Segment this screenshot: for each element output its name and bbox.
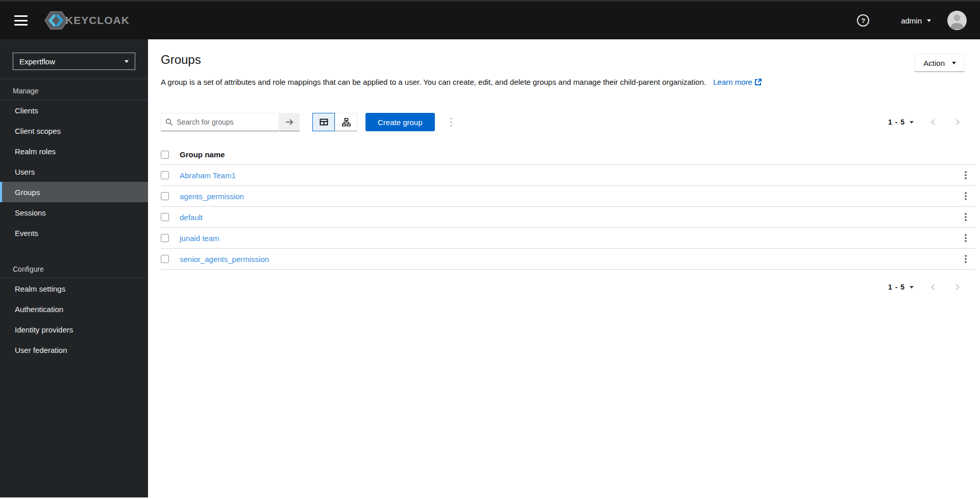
- search-input[interactable]: [177, 118, 275, 126]
- sidebar-item[interactable]: Groups: [0, 182, 148, 202]
- sidebar-item-label: Users: [15, 168, 35, 176]
- external-link-icon: [754, 79, 762, 86]
- sidebar-item-label: Identity providers: [15, 325, 73, 334]
- row-kebab-menu[interactable]: [957, 208, 975, 226]
- tree-icon: [342, 118, 351, 127]
- kebab-icon: [450, 121, 452, 123]
- page-title: Groups: [161, 53, 201, 67]
- nav-section-label: Manage: [0, 80, 148, 100]
- hamburger-menu-icon[interactable]: [14, 15, 28, 26]
- sidebar-item[interactable]: Client scopes: [0, 121, 148, 141]
- sidebar-item[interactable]: Users: [0, 161, 148, 182]
- chevron-right-icon: [954, 118, 961, 126]
- groups-toolbar: Create group 1 - 5: [161, 113, 975, 131]
- search-icon: [165, 118, 173, 126]
- sidebar-item[interactable]: User federation: [0, 340, 148, 360]
- row-checkbox[interactable]: [161, 234, 169, 242]
- chevron-left-icon: [930, 283, 936, 291]
- nav-section-configure: Configure Realm settings Authentication …: [0, 258, 148, 360]
- pagination-next-button[interactable]: [945, 113, 970, 131]
- group-name-link[interactable]: default: [180, 213, 203, 222]
- table-row: Abraham Team1: [161, 165, 975, 186]
- groups-table: Group name Abraham Team1 agents_permissi…: [161, 145, 975, 270]
- row-checkbox[interactable]: [161, 255, 169, 263]
- table-row: junaid team: [161, 228, 975, 249]
- row-kebab-menu[interactable]: [957, 229, 975, 247]
- row-kebab-menu[interactable]: [957, 250, 975, 268]
- learn-more-link[interactable]: Learn more: [713, 78, 762, 86]
- nav-section-manage: Manage Clients Client scopes Realm roles: [0, 80, 148, 243]
- sidebar-item[interactable]: Authentication: [0, 299, 148, 319]
- row-checkbox[interactable]: [161, 213, 169, 221]
- sidebar-item[interactable]: Sessions: [0, 202, 148, 223]
- table-header-row: Group name: [161, 145, 975, 165]
- username-label: admin: [901, 16, 922, 25]
- row-kebab-menu[interactable]: [957, 166, 975, 184]
- help-icon[interactable]: ?: [857, 14, 869, 27]
- pagination-bottom: 1 - 5: [888, 278, 970, 296]
- sidebar-item-label: Sessions: [15, 208, 46, 217]
- sidebar-item[interactable]: Clients: [0, 100, 148, 121]
- pagination-prev-button[interactable]: [921, 278, 945, 296]
- sidebar-item-label: User federation: [15, 346, 67, 354]
- select-all-checkbox[interactable]: [161, 151, 169, 159]
- group-name-column-header: Group name: [180, 150, 946, 159]
- row-checkbox[interactable]: [161, 171, 169, 179]
- tree-view-toggle[interactable]: [335, 113, 357, 131]
- pagination-range-dropdown[interactable]: 1 - 5: [888, 118, 914, 126]
- sidebar-item-label: Client scopes: [15, 127, 61, 135]
- sidebar-item[interactable]: Identity providers: [0, 319, 148, 340]
- row-checkbox[interactable]: [161, 192, 169, 200]
- pagination-prev-button[interactable]: [921, 113, 945, 131]
- chevron-down-icon: [910, 121, 914, 124]
- sidebar-item-label: Clients: [15, 106, 38, 115]
- action-label: Action: [923, 59, 945, 67]
- sidebar-item-label: Events: [15, 229, 38, 237]
- create-group-button[interactable]: Create group: [365, 113, 435, 131]
- toolbar-kebab-menu[interactable]: [442, 113, 460, 131]
- nav-section-label: Configure: [0, 258, 148, 278]
- sidebar-item-label: Realm roles: [15, 147, 56, 156]
- person-icon: [947, 11, 967, 30]
- table-view-toggle[interactable]: [312, 113, 335, 131]
- arrow-right-icon: [285, 118, 294, 126]
- user-menu-dropdown[interactable]: admin: [901, 16, 931, 25]
- sidebar-item-label: Groups: [15, 188, 40, 197]
- sidebar: Expertflow Manage Clients Client scopes …: [0, 39, 148, 497]
- search-field: [161, 113, 279, 131]
- group-name-link[interactable]: junaid team: [180, 234, 219, 243]
- sidebar-item[interactable]: Realm settings: [0, 278, 148, 299]
- chevron-left-icon: [930, 118, 936, 126]
- realm-selector-dropdown[interactable]: Expertflow: [13, 53, 135, 70]
- kebab-icon: [965, 258, 967, 260]
- group-name-link[interactable]: senior_agents_permission: [180, 255, 269, 264]
- group-name-link[interactable]: Abraham Team1: [180, 171, 236, 180]
- table-row: agents_permission: [161, 186, 975, 207]
- view-toggle-group: [312, 113, 357, 131]
- kebab-icon: [965, 195, 967, 197]
- group-name-link[interactable]: agents_permission: [180, 192, 244, 201]
- masthead: KEYCLOAK ? admin: [0, 0, 980, 39]
- kebab-icon: [965, 174, 967, 176]
- kebab-icon: [965, 216, 967, 218]
- sidebar-item[interactable]: Events: [0, 223, 148, 243]
- sidebar-item[interactable]: Realm roles: [0, 141, 148, 161]
- pagination-next-button[interactable]: [945, 278, 970, 296]
- action-dropdown-button[interactable]: Action: [915, 54, 965, 72]
- pagination-range-label: 1 - 5: [888, 283, 905, 291]
- chevron-down-icon: [952, 62, 956, 64]
- pagination-top: 1 - 5: [888, 113, 970, 131]
- search-submit-button[interactable]: [279, 113, 300, 131]
- sidebar-item-label: Authentication: [15, 305, 63, 314]
- pagination-range-dropdown[interactable]: 1 - 5: [888, 283, 914, 291]
- row-kebab-menu[interactable]: [957, 187, 975, 205]
- main-content: Groups Action A group is a set of attrib…: [148, 39, 980, 497]
- chevron-down-icon: [927, 19, 931, 22]
- table-row: default: [161, 207, 975, 228]
- kebab-icon: [965, 237, 967, 239]
- chevron-right-icon: [954, 283, 961, 291]
- keycloak-hexagon-icon: [44, 10, 68, 31]
- realm-name-label: Expertflow: [19, 57, 55, 66]
- keycloak-logo[interactable]: KEYCLOAK: [44, 10, 130, 31]
- brand-text: KEYCLOAK: [65, 14, 130, 27]
